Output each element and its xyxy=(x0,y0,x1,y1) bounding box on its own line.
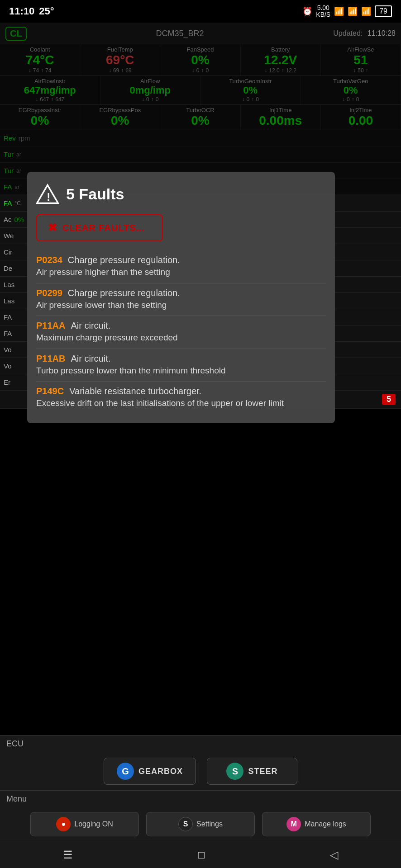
fault-item-p149c: P149C Variable resistance turbocharger. … xyxy=(36,382,326,414)
status-time: 11:10 xyxy=(9,5,34,17)
fault-list: P0234 Charge pressure regulation. Air pr… xyxy=(36,250,326,414)
fault-code-p149c: P149C xyxy=(36,386,64,396)
steer-icon: S xyxy=(226,763,243,780)
logging-label: Logging ON xyxy=(74,820,113,828)
nav-home-icon[interactable]: □ xyxy=(185,844,219,866)
manage-logs-icon: M xyxy=(286,817,301,831)
menu-label: Menu xyxy=(0,790,401,807)
fault-item-p0234: P0234 Charge pressure regulation. Air pr… xyxy=(36,250,326,283)
fault-desc-sub-0: Air pressure higher than the setting xyxy=(36,266,326,278)
fault-code-p0234: P0234 xyxy=(36,255,62,265)
status-bar: 11:10 25° ⏰ 5.00KB/S 📶 📶 📶 79 xyxy=(0,0,401,23)
signal-icon2: 📶 xyxy=(361,6,371,16)
modal-title: 5 Faults xyxy=(66,185,124,203)
steer-label: STEER xyxy=(248,767,277,776)
dim-overlay xyxy=(0,23,401,194)
logging-icon: ● xyxy=(56,817,71,831)
clear-faults-label: CLEAR FAULTS... xyxy=(62,223,145,233)
clear-faults-button[interactable]: ✖ CLEAR FAULTS... xyxy=(36,214,163,241)
status-temp: 25° xyxy=(39,5,54,17)
fault-desc-main-0: Charge pressure regulation. xyxy=(68,255,180,265)
ecu-buttons-row: G GEARBOX S STEER xyxy=(0,752,401,790)
alarm-icon: ⏰ xyxy=(302,6,312,16)
settings-icon: S xyxy=(178,817,193,831)
fault-desc-main-3: Air circuit. xyxy=(71,354,110,364)
fault-desc-main-4: Variable resistance turbocharger. xyxy=(69,386,201,396)
network-speed: 5.00KB/S xyxy=(316,5,330,19)
manage-logs-button[interactable]: M Manage logs xyxy=(262,812,371,836)
fault-desc-sub-2: Maximum charge pressure exceeded xyxy=(36,332,326,344)
nav-menu-icon[interactable]: ☰ xyxy=(49,844,86,866)
modal-header: ! 5 Faults xyxy=(36,183,326,205)
menu-buttons-row: ● Logging ON S Settings M Manage logs xyxy=(0,807,401,841)
error-badge: 5 xyxy=(382,394,396,405)
fault-code-p11ab: P11AB xyxy=(36,354,65,364)
fault-desc-sub-1: Air pressure lower than the setting xyxy=(36,299,326,311)
fault-code-p11aa: P11AA xyxy=(36,321,65,331)
fault-code-p0299: P0299 xyxy=(36,288,62,298)
steer-button[interactable]: S STEER xyxy=(207,758,297,785)
settings-button[interactable]: S Settings xyxy=(146,812,255,836)
fault-item-p11aa: P11AA Air circuit. Maximum charge pressu… xyxy=(36,316,326,349)
fault-desc-main-1: Charge pressure regulation. xyxy=(68,288,180,298)
wifi-icon: 📶 xyxy=(334,6,344,16)
battery-icon: 79 xyxy=(375,5,392,17)
gearbox-button[interactable]: G GEARBOX xyxy=(104,758,196,785)
nav-bar: ☰ □ ◁ xyxy=(0,841,401,868)
fault-item-p11ab: P11AB Air circuit. Turbo pressure lower … xyxy=(36,349,326,382)
nav-back-icon[interactable]: ◁ xyxy=(316,844,352,866)
warning-icon: ! xyxy=(36,183,59,205)
gearbox-icon: G xyxy=(117,763,134,780)
logging-button[interactable]: ● Logging ON xyxy=(30,812,139,836)
manage-logs-label: Manage logs xyxy=(305,820,346,828)
settings-label: Settings xyxy=(196,820,223,828)
x-icon: ✖ xyxy=(48,222,57,234)
faults-modal: ! 5 Faults ✖ CLEAR FAULTS... P0234 Charg… xyxy=(27,172,335,423)
ecu-label: ECU xyxy=(0,735,401,752)
gearbox-label: GEARBOX xyxy=(138,767,183,776)
fault-desc-main-2: Air circuit. xyxy=(71,321,110,331)
svg-text:!: ! xyxy=(47,191,50,203)
signal-icon: 📶 xyxy=(348,6,358,16)
fault-desc-sub-3: Turbo pressure lower than the minimum th… xyxy=(36,365,326,377)
fault-item-p0299: P0299 Charge pressure regulation. Air pr… xyxy=(36,283,326,316)
fault-desc-sub-4: Excessive drift on the last initialisati… xyxy=(36,397,326,410)
bottom-section: ECU G GEARBOX S STEER Menu ● Logging ON … xyxy=(0,735,401,868)
